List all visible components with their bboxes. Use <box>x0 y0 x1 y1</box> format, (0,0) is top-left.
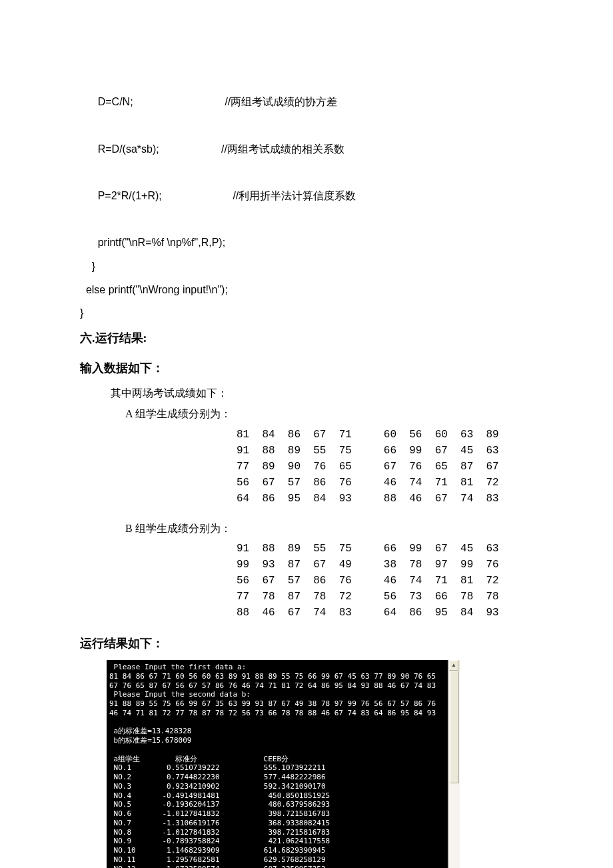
document-page: D=C/N; //两组考试成绩的协方差 R=D/(sa*sb); //两组考试成… <box>0 0 613 868</box>
scroll-track[interactable] <box>449 671 460 868</box>
section-heading-run-results: 六.运行结果: <box>80 329 533 348</box>
code-line: R=D/(sa*sb); //两组考试成绩的相关系数 <box>80 143 344 155</box>
code-line: } <box>80 261 95 272</box>
subheading-run-output: 运行结果如下： <box>80 634 533 653</box>
code-line: } <box>80 307 83 319</box>
scroll-up-button[interactable]: ▲ <box>449 660 458 671</box>
terminal-window: Please Input the first data a: 81 84 86 … <box>107 660 460 868</box>
para-two-exams: 其中两场考试成绩如下： <box>80 385 533 402</box>
label-group-a: A 组学生成绩分别为： <box>80 405 533 423</box>
code-line: else printf("\nWrong input!\n"); <box>80 284 228 295</box>
code-line: printf("\nR=%f \np%f",R,P); <box>80 237 225 248</box>
subheading-input-data: 输入数据如下： <box>80 359 533 378</box>
code-line: P=2*R/(1+R); //利用折半法计算信度系数 <box>80 190 356 201</box>
group-a-scores: 81 84 86 67 71 60 56 60 63 89 91 88 89 5… <box>80 427 533 507</box>
arrow-up-icon: ▲ <box>451 661 456 670</box>
group-b-scores: 91 88 89 55 75 66 99 67 45 63 99 93 87 6… <box>80 541 533 621</box>
code-line: D=C/N; //两组考试成绩的协方差 <box>80 96 337 107</box>
terminal-output: Please Input the first data a: 81 84 86 … <box>107 660 448 868</box>
vertical-scrollbar[interactable]: ▲ ▼ <box>448 660 460 868</box>
scroll-thumb[interactable] <box>450 671 459 783</box>
label-group-b: B 组学生成绩分别为： <box>80 520 533 537</box>
code-snippet: D=C/N; //两组考试成绩的协方差 R=D/(sa*sb); //两组考试成… <box>80 67 533 325</box>
